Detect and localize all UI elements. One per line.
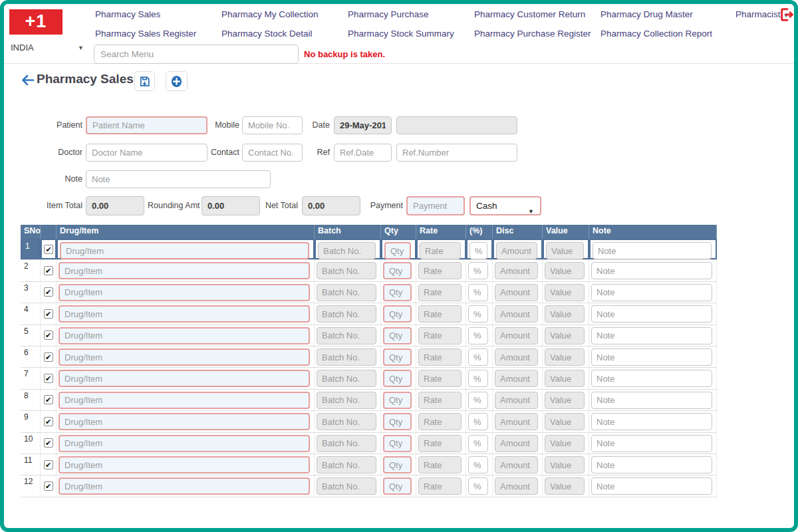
nav-item-pharmacy-purchase[interactable]: Pharmacy Purchase [348, 9, 471, 21]
row-11-pct-input[interactable] [468, 456, 488, 473]
row-checkbox[interactable]: ✔ [44, 352, 53, 362]
table-row: 4✔ [21, 303, 717, 325]
row-8-drug-input[interactable] [59, 392, 310, 409]
row-7-qty-input[interactable] [383, 370, 412, 387]
row-9-note-input[interactable] [591, 413, 712, 430]
nav-item-pharmacy-customer-return[interactable]: Pharmacy Customer Return [474, 9, 597, 21]
app-window: +1 INDIA ▼ Pharmacy SalesPharmacy My Col… [0, 0, 798, 532]
cell-value [543, 475, 589, 496]
row-10-qty-input[interactable] [383, 435, 412, 452]
row-checkbox[interactable]: ✔ [44, 331, 53, 340]
row-10-note-input[interactable] [591, 435, 712, 452]
row-7-note-input[interactable] [591, 370, 712, 387]
ref-number-input[interactable] [396, 144, 517, 162]
row-6-note-input[interactable] [591, 348, 712, 366]
sign-out-icon[interactable] [779, 7, 794, 22]
row-12-qty-input[interactable] [383, 477, 412, 495]
row-10-rate-input [418, 435, 462, 452]
nav-item-pharmacy-sales[interactable]: Pharmacy Sales [95, 9, 218, 21]
row-8-note-input[interactable] [591, 392, 712, 409]
region-selector[interactable]: INDIA ▼ [11, 43, 84, 56]
row-9-pct-input[interactable] [468, 413, 488, 430]
row-checkbox[interactable]: ✔ [44, 438, 53, 448]
row-11-note-input[interactable] [591, 456, 712, 473]
doctor-input[interactable] [86, 144, 207, 162]
row-checkbox[interactable]: ✔ [44, 374, 53, 383]
cell-note [589, 239, 717, 259]
nav-item-pharmacy-drug-master[interactable]: Pharmacy Drug Master [600, 9, 724, 21]
row-2-qty-input[interactable] [383, 262, 412, 279]
row-4-qty-input[interactable] [383, 305, 412, 323]
payment-method-select[interactable]: Cash ▼ [469, 196, 541, 215]
row-checkbox[interactable]: ✔ [44, 417, 53, 426]
row-1-qty-input[interactable] [384, 242, 411, 259]
row-12-pct-input[interactable] [468, 477, 488, 495]
row-checkbox[interactable]: ✔ [44, 481, 53, 491]
row-checkbox[interactable]: ✔ [44, 287, 53, 297]
row-5-note-input[interactable] [591, 327, 712, 344]
row-9-qty-input[interactable] [383, 413, 412, 430]
row-7-drug-input[interactable] [59, 370, 310, 387]
cell-note [589, 260, 717, 281]
row-4-value-input [545, 305, 585, 323]
row-10-pct-input[interactable] [468, 435, 488, 452]
row-5-qty-input[interactable] [383, 327, 412, 344]
note-input[interactable] [86, 170, 271, 188]
row-3-note-input[interactable] [591, 284, 712, 301]
row-checkbox[interactable]: ✔ [44, 266, 53, 275]
row-4-drug-input[interactable] [59, 305, 310, 323]
row-12-note-input[interactable] [591, 477, 712, 495]
search-input[interactable] [94, 45, 299, 64]
row-8-qty-input[interactable] [383, 392, 412, 409]
row-10-drug-input[interactable] [59, 435, 310, 452]
nav-item-pharmacy-sales-register[interactable]: Pharmacy Sales Register [95, 29, 218, 41]
row-checkbox[interactable]: ✔ [44, 309, 53, 319]
mobile-input[interactable] [242, 116, 303, 134]
grid-header-batch: Batch [315, 225, 381, 239]
nav-item-pharmacy-stock-detail[interactable]: Pharmacy Stock Detail [221, 29, 344, 41]
row-3-pct-input[interactable] [468, 284, 488, 301]
add-button[interactable] [166, 71, 188, 91]
row-6-drug-input[interactable] [59, 348, 310, 366]
payment-input[interactable] [406, 196, 465, 215]
cell-note [589, 325, 717, 346]
ref-date-input[interactable] [334, 144, 392, 162]
row-3-qty-input[interactable] [383, 284, 412, 301]
row-2-pct-input[interactable] [468, 262, 488, 279]
nav-item-pharmacy-stock-summary[interactable]: Pharmacy Stock Summary [348, 29, 471, 41]
row-12-drug-input[interactable] [59, 477, 310, 495]
nav-item-pharmacy-collection-report[interactable]: Pharmacy Collection Report [600, 29, 724, 41]
row-2-drug-input[interactable] [59, 262, 310, 279]
grid-header: SNoDrug/ItemBatchQtyRate(%)DiscValueNote [21, 225, 717, 239]
row-6-pct-input[interactable] [468, 348, 488, 366]
row-11-drug-input[interactable] [59, 456, 310, 473]
row-5-drug-input[interactable] [59, 327, 310, 344]
save-button[interactable] [134, 71, 155, 91]
row-11-qty-input[interactable] [383, 456, 412, 473]
row-7-pct-input[interactable] [468, 370, 488, 387]
cell-check: ✔ [41, 390, 57, 410]
nav-item-pharmacy-my-collection[interactable]: Pharmacy My Collection [221, 9, 344, 21]
row-2-note-input[interactable] [591, 262, 712, 279]
row-checkbox[interactable]: ✔ [44, 395, 53, 404]
row-1-drug-input[interactable] [60, 242, 309, 259]
row-number: 6 [21, 346, 41, 367]
row-4-note-input[interactable] [591, 305, 712, 323]
nav-item-pharmacy-purchase-register[interactable]: Pharmacy Purchase Register [474, 29, 597, 41]
back-arrow-icon[interactable] [21, 74, 35, 86]
contact-input[interactable] [242, 144, 303, 162]
row-1-pct-input[interactable] [469, 242, 487, 259]
patient-input[interactable] [86, 116, 207, 134]
row-checkbox[interactable]: ✔ [44, 460, 53, 469]
row-3-drug-input[interactable] [59, 284, 310, 301]
row-4-pct-input[interactable] [468, 305, 488, 323]
row-6-qty-input[interactable] [383, 348, 412, 366]
row-5-pct-input[interactable] [468, 327, 488, 344]
cell-drug [57, 282, 315, 303]
row-9-drug-input[interactable] [59, 413, 310, 430]
cell-value [543, 346, 589, 367]
row-8-pct-input[interactable] [468, 392, 488, 409]
row-1-note-input[interactable] [593, 242, 712, 259]
brand-logo[interactable]: +1 [9, 9, 63, 35]
row-checkbox[interactable]: ✔ [44, 245, 53, 254]
